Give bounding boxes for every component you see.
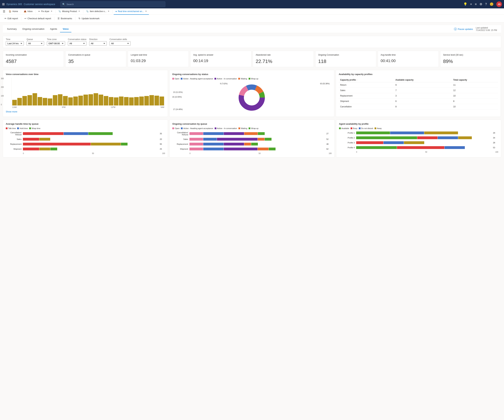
feedback-icon[interactable]: 😊 [490,2,493,6]
queue-select[interactable]: All [27,41,44,46]
timezone-select[interactable]: GMT-08:00 [47,41,65,46]
help-icon[interactable]: ? [485,2,487,6]
toolbar-separator-2 [54,17,54,20]
legend-waiting: Waiting [238,78,247,80]
col-available[interactable]: Available capacity [394,78,452,82]
edit-report-icon: ✏ [5,17,6,20]
voice-bar [68,97,73,105]
tab-summary[interactable]: Summary [4,26,20,32]
filter-timezone: Time zone GMT-08:00 [47,38,65,46]
conversation-status-select[interactable]: All [68,41,86,46]
legend-away: Away [375,127,382,129]
search-input[interactable] [66,3,163,6]
legend-awaiting: Active - Awaiting agent acceptance [181,78,213,80]
hamburger-button[interactable]: ☰ [1,10,7,13]
legend-queue-waiting: Waiting [239,127,247,129]
legend-queue-wrapup: Wrap-up [249,127,258,129]
update-bookmark-button[interactable]: ↻ Update bookmark [77,16,101,21]
kpi-conversations-in-queue: Conversations in queue 35 [65,51,126,67]
queue-x-axis: 0 50 100 [189,153,331,154]
voice-bar [38,97,42,106]
queue-awaiting-dot [181,127,183,129]
voice-bar [119,96,124,106]
tab-close-real-time[interactable]: ✕ [145,10,147,13]
show-more-link[interactable]: Show more [6,110,17,113]
wrapup-legend-dot [249,78,250,80]
tab-ongoing-conversation[interactable]: Ongoing conversation [20,26,47,32]
tab-voice[interactable]: Voice [60,26,72,32]
kpi-longest-wait-time: Longest wait time 01:03:29 [128,51,189,67]
donut-svg-wrapper [236,82,268,114]
open-legend-dot [172,78,174,80]
filters-row: Time Last 24 hrs Queue All Time zone GMT… [3,36,501,48]
bookmarks-button[interactable]: ☰ Bookmarks [56,16,74,21]
ongoing-by-status-chart: Ongoing conversations by status Open Act… [169,70,335,117]
tab-close-fix-dryer[interactable]: ✕ [50,10,53,13]
voice-bar [139,96,144,106]
queue-in-conv-dot [215,127,216,129]
checkout-icon: ↩ [24,17,26,20]
legend-busy: Busy [351,127,357,129]
legend-wrapup: Wrap-up [249,78,258,80]
voice-bar [12,100,17,106]
agent-bars: Profile 129Profile 234Profile 328Profile… [339,131,498,149]
capacity-table-wrapper[interactable]: Capacity profile ↑ Available capacity To… [339,78,498,109]
home-icon: 🏠 [9,10,11,12]
voice-bar [43,98,47,106]
tab-inbox[interactable]: 📥 Inbox [22,8,34,15]
checkout-default-button[interactable]: ↩ Checkout default report [23,16,53,21]
inbox-icon: 📥 [24,10,26,12]
table-row: Shipment68 [339,98,498,104]
app-launcher-icon[interactable]: ⊞ [2,2,5,6]
waiting-legend-dot [238,78,240,80]
pause-icon: ⏸ [454,28,457,30]
sort-icon[interactable]: ↑ [357,79,357,81]
awaiting-legend-dot [181,78,182,80]
h-bar-row: Sales52 [172,138,331,141]
search-bar[interactable]: 🔍 [60,1,165,7]
legend-open: Open [172,78,180,80]
time-select[interactable]: Last 24 hrs [6,41,24,46]
donut-chart-container: 63 (53.38%) 17 (14.40%) 16 (13.55%) 13 (… [172,82,331,114]
tab-agents[interactable]: Agents [47,26,60,32]
voice-bar [160,96,164,106]
lightbulb-icon[interactable]: 💡 [463,2,467,6]
tab-fix-dryer[interactable]: ✏ Fix dryer ✕ [36,8,54,15]
tab-item-defective[interactable]: 📎 Item defective o... ✕ [84,8,111,15]
avatar[interactable]: JD [496,1,502,7]
capacity-table: Capacity profile ↑ Available capacity To… [339,78,498,109]
queue-open-dot [172,127,174,129]
tab-close-missing-product[interactable]: ✕ [78,10,80,13]
col-total[interactable]: Total capacity [452,78,498,82]
toolbar-separator-1 [21,17,21,20]
attachment-icon-2: 📎 [86,10,89,12]
col-profile[interactable]: Capacity profile ↑ [339,78,394,82]
add-icon[interactable]: + [470,2,472,6]
table-row: Sales712 [339,88,498,93]
handle-time-legend: Talk time Hold time Wrap time [6,127,165,129]
ongoing-by-queue-chart: Ongoing conversation by queue Open Activ… [169,120,335,157]
header-right: ⏸ Pause updates Last updated 7/14/2022 5… [451,25,500,33]
capacity-table-body: Return911Sales712Replacement310Shipment6… [339,82,498,109]
menu-icon[interactable]: ≡ [475,2,477,6]
status-legend: Open Active - Awaiting agent acceptance … [172,78,331,80]
tab-home[interactable]: 🏠 Home [7,8,20,15]
queue-legend: Open Active - Awaiting agent acceptance … [172,127,331,129]
h-bar-row: Sales20 [6,138,165,141]
conversation-skills-select[interactable]: All [109,41,131,46]
settings-icon[interactable]: ⚙ [480,2,482,6]
tab-missing-product[interactable]: 📎 Missing Product ✕ [57,8,82,15]
h-bar-row: Profile 328 [339,141,498,144]
voice-bar [84,95,88,105]
top-navigation: ⊞ Dynamics 365 Customer service workspac… [0,0,504,8]
pause-updates-button[interactable]: ⏸ Pause updates [454,28,473,30]
edit-report-button[interactable]: ✏ Edit report [3,16,20,21]
voice-bar [124,97,129,106]
legend-dnd: Do not disturb [359,127,373,129]
tab-close-item-defective[interactable]: ✕ [108,10,110,13]
voice-bar [155,96,159,106]
tab-real-time[interactable]: ● Real time omnichannel an... ✕ [114,8,149,15]
table-row: Return911 [339,82,498,88]
voice-bar [17,98,22,106]
direction-select[interactable]: All [89,41,107,46]
